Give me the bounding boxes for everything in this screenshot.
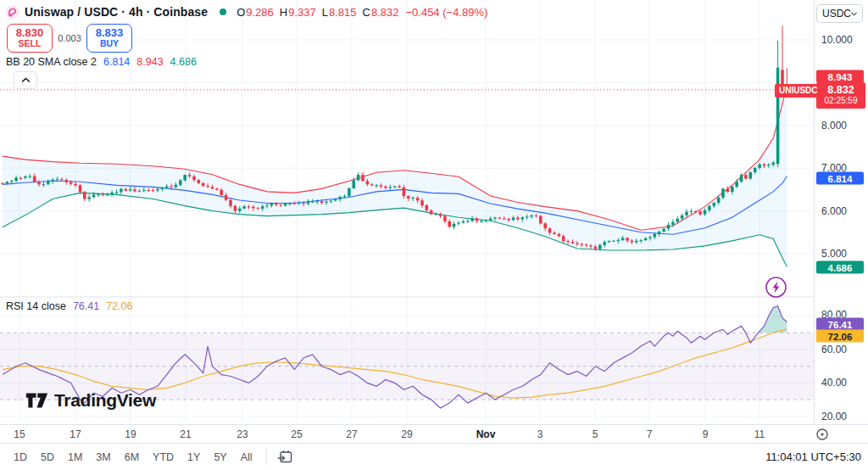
tradingview-watermark[interactable]: TradingView [25, 390, 156, 411]
rsi-indicator-label[interactable]: RSI 14 close [6, 300, 66, 312]
indicator-value: 6.814 [103, 56, 130, 68]
bb-indicator-label[interactable]: BB 20 SMA close 2 [6, 56, 97, 68]
current-price-badge: 8.832 02:25:59 [816, 82, 865, 109]
order-panel: 8.830 SELL 0.003 8.833 BUY [7, 24, 132, 53]
rsi-indicator-values: 76.4172.06 [73, 300, 133, 312]
time-axis[interactable]: 1517192123252729Nov357911 [0, 424, 868, 444]
axis-value-badge: 72.06 [816, 330, 864, 343]
time-axis-label: 27 [346, 428, 357, 440]
indicator-value: 76.41 [73, 300, 99, 312]
ohlc-item: L8.815 [322, 6, 357, 19]
range-button-5d[interactable]: 5D [34, 449, 61, 466]
ohlc-values: O9.286H9.337L8.815C8.832 [236, 6, 398, 19]
axis-value-badge: 4.686 [816, 261, 864, 274]
sell-price: 8.830 [16, 27, 44, 39]
time-axis-label: 5 [593, 428, 598, 440]
axis-label: 5.000 [821, 248, 847, 260]
axis-label: 6.000 [821, 205, 847, 217]
range-button-5y[interactable]: 5Y [207, 449, 233, 466]
collapse-indicators-button[interactable] [14, 71, 37, 89]
buy-label: BUY [100, 39, 119, 49]
axis-value-badge: 76.41 [816, 318, 864, 331]
sell-label: SELL [19, 39, 42, 49]
time-axis-settings-icon[interactable] [815, 428, 829, 445]
buy-button[interactable]: 8.833 BUY [86, 24, 132, 53]
boost-button[interactable] [765, 276, 787, 302]
time-axis-label: Nov [476, 428, 496, 440]
uniswap-logo-icon [5, 5, 19, 20]
spread-value: 0.003 [53, 33, 86, 43]
price-axis[interactable]: 8.832 02:25:59 10.0008.0007.0006.0005.00… [814, 0, 868, 443]
range-button-1y[interactable]: 1Y [181, 449, 207, 466]
current-price-value: 8.832 [816, 84, 865, 96]
price-change: −0.454 (−4.89%) [405, 6, 487, 19]
axis-label: 60.00 [821, 344, 847, 355]
currency-dropdown[interactable]: USDC [816, 4, 863, 23]
market-status-icon [220, 8, 226, 15]
bottom-toolbar: 1D5D1M3M6MYTD1Y5YAll 11:04:01 UTC+5:30 [0, 444, 868, 470]
time-axis-label: 19 [125, 428, 136, 440]
indicator-value: 8.943 [136, 56, 163, 68]
time-axis-label: 25 [291, 428, 302, 440]
bollinger-bands [3, 85, 787, 266]
time-axis-label: 29 [401, 428, 412, 440]
time-axis-label: 21 [180, 428, 191, 440]
candle-countdown: 02:25:59 [816, 96, 865, 106]
sell-button[interactable]: 8.830 SELL [7, 24, 53, 53]
bb-indicator-values: 6.8148.9434.686 [103, 56, 197, 68]
clock-timezone[interactable]: 11:04:01 UTC+5:30 [765, 450, 861, 463]
axis-value-badge: 8.943 [816, 70, 864, 83]
tradingview-logo-icon [25, 390, 48, 411]
buy-price: 8.833 [96, 27, 124, 39]
time-axis-label: 9 [703, 428, 709, 440]
time-axis-label: 11 [754, 428, 765, 440]
range-button-1m[interactable]: 1M [61, 449, 89, 466]
indicator-value: 72.06 [106, 300, 132, 312]
axis-label: 20.00 [821, 411, 847, 422]
axis-label: 40.00 [821, 377, 847, 389]
currency-label: USDC [822, 8, 851, 20]
ohlc-item: H9.337 [280, 6, 316, 19]
axis-label: 8.000 [821, 120, 847, 131]
rsi-indicator-legend[interactable]: RSI 14 close 76.4172.06 [6, 300, 132, 312]
time-axis-label: 15 [14, 428, 25, 440]
ohlc-item: O9.286 [236, 6, 274, 19]
symbol-title[interactable]: Uniswap / USDC · 4h · Coinbase [25, 5, 208, 19]
tradingview-watermark-text: TradingView [54, 390, 156, 411]
range-button-6m[interactable]: 6M [118, 449, 146, 466]
range-button-ytd[interactable]: YTD [146, 449, 181, 466]
go-to-date-button[interactable] [274, 449, 297, 465]
range-button-all[interactable]: All [234, 449, 259, 466]
chevron-down-icon [851, 12, 857, 16]
lightning-icon [765, 276, 787, 299]
time-axis-label: 23 [236, 428, 248, 440]
axis-value-badge: 6.814 [816, 172, 864, 185]
axis-label: 10.000 [821, 34, 853, 46]
time-axis-label: 3 [537, 428, 543, 440]
time-axis-label: 17 [70, 428, 81, 440]
symbol-price-tag: UNIUSDC [775, 84, 822, 98]
ohlc-item: C8.832 [363, 6, 399, 19]
tradingview-chart-app: Uniswap / USDC · 4h · Coinbase O9.286H9.… [0, 0, 868, 470]
range-button-3m[interactable]: 3M [89, 449, 117, 466]
calendar-arrow-icon [277, 449, 293, 465]
time-axis-label: 7 [647, 428, 653, 440]
chevron-up-icon [21, 77, 31, 83]
indicator-value: 4.686 [170, 56, 197, 68]
toolbar-divider [266, 450, 267, 465]
range-button-1d[interactable]: 1D [7, 449, 34, 466]
date-range-selector: 1D5D1M3M6MYTD1Y5YAll [7, 449, 259, 466]
bb-indicator-legend[interactable]: BB 20 SMA close 2 6.8148.9434.686 [6, 56, 197, 68]
